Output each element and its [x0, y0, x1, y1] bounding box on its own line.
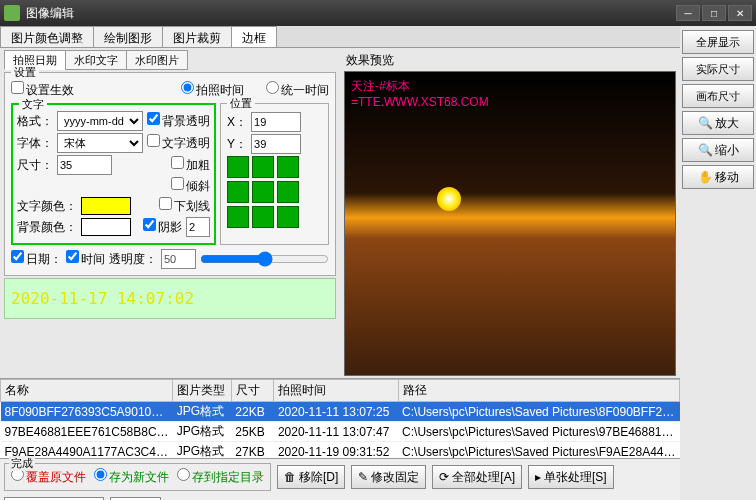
actual-size-button[interactable]: 实际尺寸	[682, 57, 754, 81]
font-select[interactable]: 宋体	[57, 133, 143, 153]
move-button[interactable]: ✋移动	[682, 165, 754, 189]
todir-radio[interactable]: 存到指定目录	[177, 468, 264, 486]
tab-color-adjust[interactable]: 图片颜色调整	[0, 26, 94, 47]
newfile-radio[interactable]: 存为新文件	[94, 468, 169, 486]
process-single-button[interactable]: ▸单张处理[S]	[528, 465, 614, 489]
settings-legend: 设置	[11, 65, 39, 80]
subtab-watermark-text[interactable]: 水印文字	[65, 50, 127, 70]
txt-trans-check[interactable]: 文字透明	[147, 134, 210, 152]
hand-icon: ✋	[698, 170, 713, 184]
table-row[interactable]: 8F090BFF276393C5A9010…JPG格式22KB2020-11-1…	[1, 402, 680, 422]
zoom-in-icon: 🔍	[698, 116, 713, 130]
preview-label: 效果预览	[344, 50, 676, 71]
process-icon: ▸	[535, 470, 541, 484]
underline-check[interactable]: 下划线	[159, 197, 210, 215]
shadow-check[interactable]: 阴影	[143, 218, 182, 236]
format-select[interactable]: yyyy-mm-dd	[57, 111, 143, 131]
size-input[interactable]	[57, 155, 112, 175]
window-title: 图像编辑	[26, 5, 74, 22]
trash-icon: 🗑	[284, 470, 296, 484]
unified-time-radio[interactable]: 统一时间	[266, 81, 329, 99]
zoom-in-button[interactable]: 🔍放大	[682, 111, 754, 135]
tab-draw-shape[interactable]: 绘制图形	[93, 26, 163, 47]
text-color-swatch[interactable]	[81, 197, 131, 215]
position-grid[interactable]	[227, 156, 322, 228]
subtab-watermark-image[interactable]: 水印图片	[126, 50, 188, 70]
zoom-out-button[interactable]: 🔍缩小	[682, 138, 754, 162]
table-row[interactable]: 97BE46881EEE761C58B8C…JPG格式25KB2020-11-1…	[1, 422, 680, 442]
shadow-input[interactable]	[186, 217, 210, 237]
sample-text: 2020-11-17 14:07:02	[4, 278, 336, 319]
process-icon: ⟳	[439, 470, 449, 484]
y-input[interactable]	[251, 134, 301, 154]
close-button[interactable]: ✕	[728, 5, 752, 21]
minimize-button[interactable]: ─	[676, 5, 700, 21]
tab-crop[interactable]: 图片裁剪	[162, 26, 232, 47]
remove-button[interactable]: 🗑移除[D]	[277, 465, 345, 489]
fullscreen-button[interactable]: 全屏显示	[682, 30, 754, 54]
text-legend: 文字	[19, 97, 47, 112]
tab-border[interactable]: 边框	[231, 26, 277, 47]
position-legend: 位置	[227, 96, 255, 111]
opacity-slider[interactable]	[200, 251, 329, 267]
table-row[interactable]: F9AE28A4490A1177AC3C4…JPG格式27KB2020-11-1…	[1, 442, 680, 459]
app-icon	[4, 5, 20, 21]
file-table: 名称 图片类型 尺寸 拍照时间 路径 8F090BFF276393C5A9010…	[0, 379, 680, 458]
maximize-button[interactable]: □	[702, 5, 726, 21]
date-check[interactable]: 日期：	[11, 250, 62, 268]
time-check[interactable]: 时间	[66, 250, 105, 268]
bg-trans-check[interactable]: 背景透明	[147, 112, 210, 130]
bg-color-swatch[interactable]	[81, 218, 131, 236]
bold-check[interactable]: 加粗	[171, 156, 210, 174]
opacity-input[interactable]	[161, 249, 196, 269]
zoom-out-icon: 🔍	[698, 143, 713, 157]
sun-icon	[437, 187, 461, 211]
canvas-size-button[interactable]: 画布尺寸	[682, 84, 754, 108]
preview-canvas[interactable]: 天注-#标本 =TTE.WWW.XST68.COM	[344, 71, 676, 376]
pencil-icon: ✎	[358, 470, 368, 484]
process-all-button[interactable]: ⟳全部处理[A]	[432, 465, 522, 489]
italic-check[interactable]: 倾斜	[171, 177, 210, 195]
x-input[interactable]	[251, 112, 301, 132]
edit-fix-button[interactable]: ✎修改固定	[351, 465, 426, 489]
